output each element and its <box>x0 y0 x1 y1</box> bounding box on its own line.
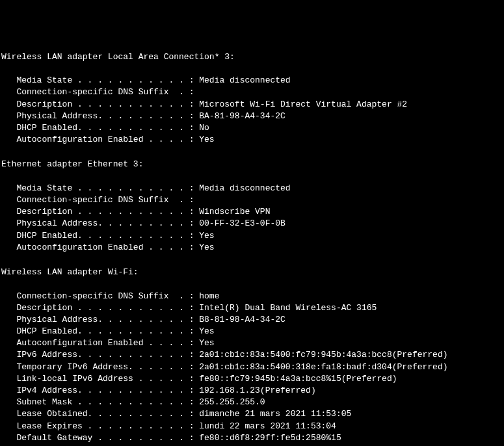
property-value: Yes <box>199 338 214 348</box>
property-label: Physical Address. . . . . . . . . : <box>1 111 199 121</box>
property-label: Subnet Mask . . . . . . . . . . . : <box>1 397 199 407</box>
property-value: Yes <box>199 243 214 252</box>
property-value: 00-FF-32-E3-0F-0B <box>199 218 285 228</box>
property-line: Default Gateway . . . . . . . . . : fe80… <box>1 432 503 444</box>
property-label: DHCP Enabled. . . . . . . . . . . : <box>1 123 199 133</box>
adapter-header: Ethernet adapter Ethernet 3: <box>1 159 503 170</box>
blank-line <box>1 63 503 75</box>
property-label: Description . . . . . . . . . . . : <box>1 303 199 313</box>
property-label: Connection-specific DNS Suffix . : <box>1 87 194 97</box>
blank-line <box>1 171 503 183</box>
property-line: Lease Obtained. . . . . . . . . . : dima… <box>1 408 503 420</box>
property-line: Connection-specific DNS Suffix . : <box>1 86 503 98</box>
property-label: Media State . . . . . . . . . . . : <box>1 183 199 193</box>
property-line: Description . . . . . . . . . . . : Wind… <box>1 206 503 218</box>
property-line: Autoconfiguration Enabled . . . . : Yes <box>1 134 503 146</box>
property-label: Autoconfiguration Enabled . . . . : <box>1 243 199 252</box>
adapter-header: Wireless LAN adapter Wi-Fi: <box>1 267 503 278</box>
property-value: 192.168.1.23(Preferred) <box>199 386 315 395</box>
property-line: Description . . . . . . . . . . . : Micr… <box>1 99 503 111</box>
property-label: Description . . . . . . . . . . . : <box>1 99 199 109</box>
property-value: No <box>199 123 209 133</box>
property-value: 2a01:cb1c:83a:5400:fc79:945b:4a3a:bcc8(P… <box>199 350 447 360</box>
property-line: Physical Address. . . . . . . . . : B8-8… <box>1 314 503 326</box>
property-label: Connection-specific DNS Suffix . : <box>1 195 194 205</box>
property-value: BA-81-98-A4-34-2C <box>199 111 285 121</box>
property-line: DHCP Enabled. . . . . . . . . . . : No <box>1 122 503 134</box>
property-line: Autoconfiguration Enabled . . . . : Yes <box>1 242 503 254</box>
property-label: Autoconfiguration Enabled . . . . : <box>1 338 199 348</box>
property-label: IPv4 Address. . . . . . . . . . . : <box>1 386 199 395</box>
property-value: Intel(R) Dual Band Wireless-AC 3165 <box>199 303 377 313</box>
property-label: Lease Obtained. . . . . . . . . . : <box>1 409 199 419</box>
adapter-header: Wireless LAN adapter Local Area Connecti… <box>1 51 503 63</box>
property-value: Media disconnected <box>199 75 290 85</box>
terminal-output: Wireless LAN adapter Local Area Connecti… <box>1 51 503 446</box>
property-line: Connection-specific DNS Suffix . : <box>1 194 503 206</box>
property-label: Connection-specific DNS Suffix . : <box>1 291 199 301</box>
property-label: Link-local IPv6 Address . . . . . : <box>1 374 199 384</box>
property-value: 255.255.255.0 <box>199 397 265 407</box>
property-line: DHCP Enabled. . . . . . . . . . . : Yes <box>1 230 503 242</box>
property-label: IPv6 Address. . . . . . . . . . . : <box>1 350 199 360</box>
property-line: Link-local IPv6 Address . . . . . : fe80… <box>1 373 503 385</box>
property-label: Media State . . . . . . . . . . . : <box>1 75 199 85</box>
property-line: Temporary IPv6 Address. . . . . . : 2a01… <box>1 361 503 373</box>
property-line: Connection-specific DNS Suffix . : home <box>1 291 503 302</box>
blank-line <box>1 278 503 290</box>
property-value: Microsoft Wi-Fi Direct Virtual Adapter #… <box>199 99 407 109</box>
property-value: dimanche 21 mars 2021 11:53:05 <box>199 409 351 419</box>
property-line: Media State . . . . . . . . . . . : Medi… <box>1 183 503 194</box>
property-value: lundi 22 mars 2021 11:53:04 <box>199 421 336 431</box>
property-line: Media State . . . . . . . . . . . : Medi… <box>1 75 503 86</box>
property-value: 2a01:cb1c:83a:5400:318e:fa18:badf:d304(P… <box>199 362 447 372</box>
property-label: Autoconfiguration Enabled . . . . : <box>1 135 199 144</box>
property-value: fe80::fc79:945b:4a3a:bcc8%15(Preferred) <box>199 374 397 384</box>
property-line: Physical Address. . . . . . . . . : BA-8… <box>1 111 503 122</box>
property-value: Yes <box>199 326 214 336</box>
property-line: Subnet Mask . . . . . . . . . . . : 255.… <box>1 397 503 408</box>
property-value: fe80::d6f8:29ff:fe5d:2580%15 <box>199 433 341 443</box>
property-value: B8-81-98-A4-34-2C <box>199 315 285 324</box>
property-label: Physical Address. . . . . . . . . : <box>1 315 199 324</box>
property-line: Lease Expires . . . . . . . . . . : lund… <box>1 421 503 432</box>
property-label: Temporary IPv6 Address. . . . . . : <box>1 362 199 372</box>
property-value: home <box>199 291 219 301</box>
property-value: Yes <box>199 135 214 144</box>
property-line: DHCP Enabled. . . . . . . . . . . : Yes <box>1 326 503 337</box>
property-label: Default Gateway . . . . . . . . . : <box>1 433 199 443</box>
blank-line <box>1 254 503 265</box>
property-value: Windscribe VPN <box>199 207 270 216</box>
property-line: IPv6 Address. . . . . . . . . . . : 2a01… <box>1 349 503 361</box>
property-line: Description . . . . . . . . . . . : Inte… <box>1 302 503 314</box>
property-value: Yes <box>199 231 214 241</box>
property-line: IPv4 Address. . . . . . . . . . . : 192.… <box>1 385 503 397</box>
property-label: Description . . . . . . . . . . . : <box>1 207 199 216</box>
blank-line <box>1 146 503 157</box>
property-label: DHCP Enabled. . . . . . . . . . . : <box>1 231 199 241</box>
property-line: Autoconfiguration Enabled . . . . : Yes <box>1 337 503 349</box>
property-label: DHCP Enabled. . . . . . . . . . . : <box>1 326 199 336</box>
property-label: Physical Address. . . . . . . . . : <box>1 218 199 228</box>
property-label: Lease Expires . . . . . . . . . . : <box>1 421 199 431</box>
property-value: Media disconnected <box>199 183 290 193</box>
property-line: Physical Address. . . . . . . . . : 00-F… <box>1 218 503 230</box>
